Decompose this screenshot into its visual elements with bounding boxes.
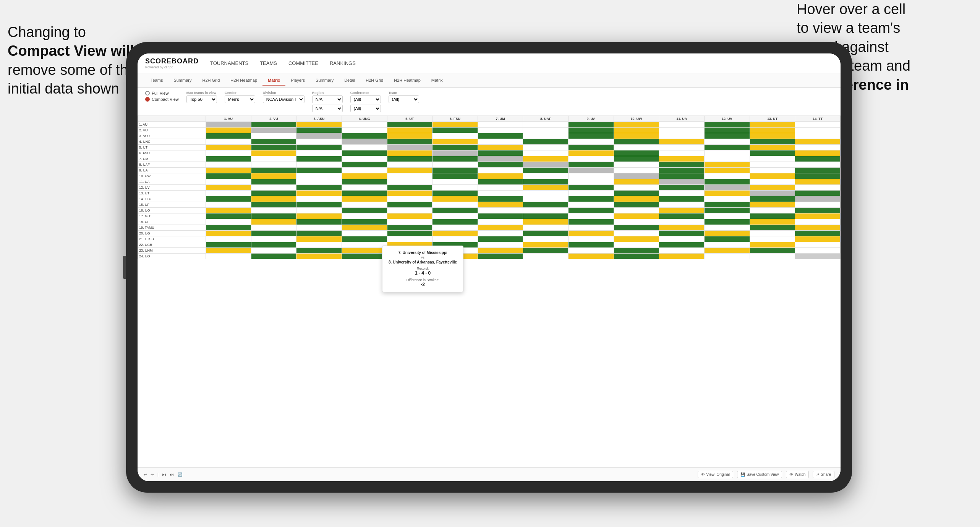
matrix-cell[interactable] — [523, 185, 569, 191]
matrix-cell[interactable] — [795, 242, 841, 248]
matrix-cell[interactable] — [342, 202, 387, 208]
tab-h2h-heatmap-1[interactable]: H2H Heatmap — [225, 76, 262, 86]
matrix-cell[interactable] — [432, 196, 478, 202]
matrix-cell[interactable] — [705, 191, 750, 196]
matrix-cell[interactable] — [750, 122, 795, 128]
matrix-cell[interactable] — [523, 156, 569, 162]
matrix-cell[interactable] — [251, 213, 296, 219]
matrix-cell[interactable] — [659, 156, 705, 162]
conference-select-2[interactable]: (All) — [350, 105, 381, 112]
matrix-cell[interactable] — [206, 236, 251, 242]
nav-tournaments[interactable]: TOURNAMENTS — [210, 60, 248, 66]
matrix-cell[interactable] — [432, 168, 478, 173]
matrix-cell[interactable] — [387, 213, 432, 219]
matrix-cell[interactable] — [387, 225, 432, 231]
matrix-cell[interactable] — [296, 191, 342, 196]
matrix-cell[interactable] — [251, 145, 296, 150]
matrix-cell[interactable] — [614, 213, 659, 219]
matrix-cell[interactable] — [750, 231, 795, 236]
matrix-cell[interactable] — [795, 122, 841, 128]
matrix-cell[interactable] — [705, 156, 750, 162]
matrix-cell[interactable] — [206, 254, 251, 259]
matrix-cell[interactable] — [523, 173, 569, 179]
matrix-cell[interactable] — [478, 191, 523, 196]
matrix-cell[interactable] — [614, 248, 659, 254]
matrix-cell[interactable] — [750, 168, 795, 173]
matrix-cell[interactable] — [251, 196, 296, 202]
matrix-cell[interactable] — [795, 254, 841, 259]
matrix-cell[interactable] — [206, 173, 251, 179]
toolbar-icon-2[interactable]: ⏭ — [170, 472, 174, 477]
toolbar-icon-3[interactable]: 🔄 — [178, 472, 182, 477]
matrix-cell[interactable] — [705, 254, 750, 259]
conference-select[interactable]: (All) — [350, 95, 381, 103]
matrix-cell[interactable] — [705, 236, 750, 242]
matrix-cell[interactable] — [206, 242, 251, 248]
matrix-cell[interactable] — [614, 191, 659, 196]
matrix-cell[interactable] — [614, 145, 659, 150]
matrix-cell[interactable] — [387, 173, 432, 179]
matrix-cell[interactable] — [795, 162, 841, 168]
matrix-cell[interactable] — [614, 133, 659, 139]
matrix-cell[interactable] — [387, 191, 432, 196]
matrix-cell[interactable] — [342, 208, 387, 213]
matrix-cell[interactable] — [659, 225, 705, 231]
matrix-cell[interactable] — [387, 202, 432, 208]
tab-h2h-grid-2[interactable]: H2H Grid — [360, 76, 389, 86]
matrix-cell[interactable] — [659, 213, 705, 219]
matrix-cell[interactable] — [206, 231, 251, 236]
matrix-cell[interactable] — [614, 236, 659, 242]
matrix-cell[interactable] — [750, 179, 795, 185]
matrix-cell[interactable] — [206, 208, 251, 213]
tab-h2h-heatmap-2[interactable]: H2H Heatmap — [389, 76, 426, 86]
matrix-cell[interactable] — [795, 219, 841, 225]
matrix-cell[interactable] — [251, 168, 296, 173]
matrix-cell[interactable] — [478, 185, 523, 191]
matrix-cell[interactable] — [614, 162, 659, 168]
matrix-cell[interactable] — [251, 219, 296, 225]
matrix-cell[interactable] — [705, 139, 750, 145]
matrix-cell[interactable] — [750, 156, 795, 162]
matrix-cell[interactable] — [569, 168, 614, 173]
matrix-cell[interactable] — [478, 202, 523, 208]
matrix-cell[interactable] — [251, 128, 296, 133]
matrix-cell[interactable] — [523, 145, 569, 150]
matrix-cell[interactable] — [523, 150, 569, 156]
matrix-cell[interactable] — [750, 236, 795, 242]
matrix-cell[interactable] — [569, 185, 614, 191]
matrix-cell[interactable] — [523, 191, 569, 196]
matrix-cell[interactable] — [478, 162, 523, 168]
matrix-cell[interactable] — [795, 208, 841, 213]
matrix-cell[interactable] — [523, 242, 569, 248]
matrix-cell[interactable] — [478, 122, 523, 128]
matrix-cell[interactable] — [206, 191, 251, 196]
matrix-cell[interactable] — [750, 213, 795, 219]
matrix-cell[interactable] — [659, 122, 705, 128]
matrix-cell[interactable] — [614, 168, 659, 173]
matrix-cell[interactable] — [659, 133, 705, 139]
matrix-cell[interactable] — [705, 208, 750, 213]
matrix-cell[interactable] — [750, 162, 795, 168]
matrix-cell[interactable] — [296, 168, 342, 173]
matrix-cell[interactable] — [614, 156, 659, 162]
matrix-cell[interactable] — [750, 248, 795, 254]
matrix-cell[interactable] — [387, 196, 432, 202]
matrix-area[interactable]: 1. AU 2. VU 3. ASU 4. UNC 5. UT 6. FSU 7… — [138, 116, 841, 467]
matrix-cell[interactable] — [251, 208, 296, 213]
matrix-cell[interactable] — [206, 196, 251, 202]
matrix-cell[interactable] — [523, 254, 569, 259]
matrix-cell[interactable] — [705, 213, 750, 219]
matrix-cell[interactable] — [387, 139, 432, 145]
matrix-cell[interactable] — [432, 185, 478, 191]
matrix-cell[interactable] — [795, 236, 841, 242]
matrix-cell[interactable] — [342, 213, 387, 219]
share-btn[interactable]: ↗ Share — [813, 471, 834, 478]
matrix-cell[interactable] — [296, 185, 342, 191]
matrix-cell[interactable] — [795, 128, 841, 133]
matrix-cell[interactable] — [750, 173, 795, 179]
nav-teams[interactable]: TEAMS — [260, 60, 277, 66]
matrix-cell[interactable] — [478, 156, 523, 162]
matrix-cell[interactable] — [569, 242, 614, 248]
matrix-cell[interactable] — [705, 145, 750, 150]
matrix-cell[interactable] — [251, 173, 296, 179]
